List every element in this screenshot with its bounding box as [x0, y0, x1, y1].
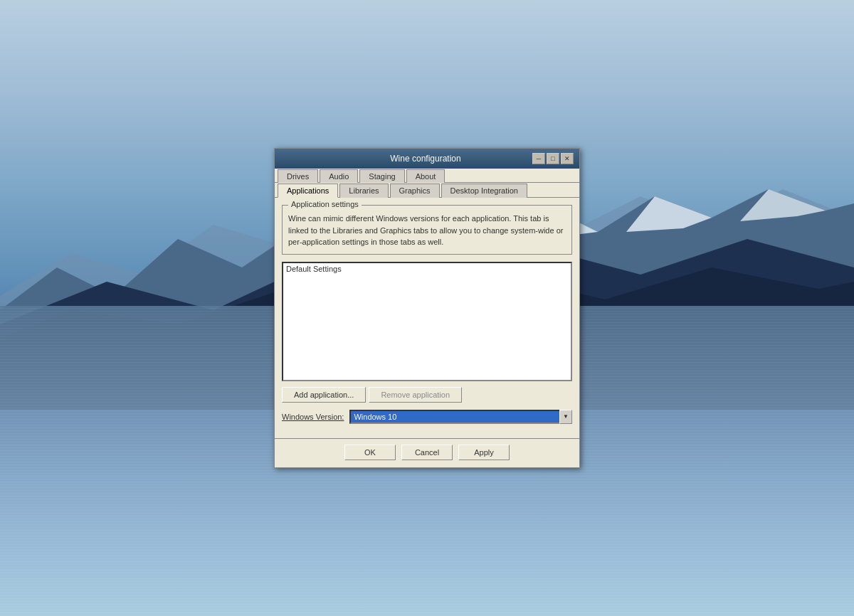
version-select-wrapper: Windows 10 ▼ [349, 410, 572, 424]
list-item-default[interactable]: Default Settings [283, 263, 571, 275]
tab-audio[interactable]: Audio [320, 169, 358, 183]
ok-button[interactable]: OK [344, 445, 396, 460]
close-button[interactable]: ✕ [561, 153, 574, 164]
title-bar-controls: ─ □ ✕ [532, 153, 574, 164]
bottom-buttons-row: OK Cancel Apply [275, 438, 579, 467]
minimize-button[interactable]: ─ [532, 153, 545, 164]
tab-libraries[interactable]: Libraries [339, 184, 388, 198]
tabs-container: Drives Audio Staging About Applications … [275, 169, 579, 198]
dialog-overlay: Wine configuration ─ □ ✕ Drives Audio St… [0, 0, 854, 616]
tab-graphics[interactable]: Graphics [390, 184, 440, 198]
dialog-title: Wine configuration [319, 154, 532, 164]
group-box-title: Application settings [288, 200, 362, 208]
tab-drives[interactable]: Drives [278, 169, 318, 183]
tab-desktop-integration[interactable]: Desktop Integration [441, 184, 527, 198]
wine-config-dialog: Wine configuration ─ □ ✕ Drives Audio St… [274, 148, 580, 468]
tab-row-1: Drives Audio Staging About [275, 169, 579, 183]
remove-application-button[interactable]: Remove application [369, 387, 462, 403]
windows-version-row: Windows Version: Windows 10 ▼ [282, 410, 572, 424]
tab-content: Application settings Wine can mimic diff… [275, 198, 579, 438]
cancel-button[interactable]: Cancel [401, 445, 453, 460]
version-select-display[interactable]: Windows 10 [349, 410, 572, 424]
title-bar: Wine configuration ─ □ ✕ [275, 149, 579, 169]
tab-row-2: Applications Libraries Graphics Desktop … [275, 183, 579, 198]
applications-listbox[interactable]: Default Settings [282, 262, 572, 381]
tab-applications[interactable]: Applications [278, 184, 338, 198]
tab-about[interactable]: About [406, 169, 446, 183]
apply-button[interactable]: Apply [458, 445, 510, 460]
tab-staging[interactable]: Staging [359, 169, 404, 183]
add-application-button[interactable]: Add application... [282, 387, 366, 403]
add-remove-buttons-row: Add application... Remove application [282, 387, 572, 403]
version-dropdown-arrow[interactable]: ▼ [559, 410, 572, 424]
application-settings-group: Application settings Wine can mimic diff… [282, 205, 572, 255]
version-label: Windows Version: [282, 413, 344, 421]
maximize-button[interactable]: □ [547, 153, 559, 164]
group-box-description: Wine can mimic different Windows version… [288, 213, 566, 248]
